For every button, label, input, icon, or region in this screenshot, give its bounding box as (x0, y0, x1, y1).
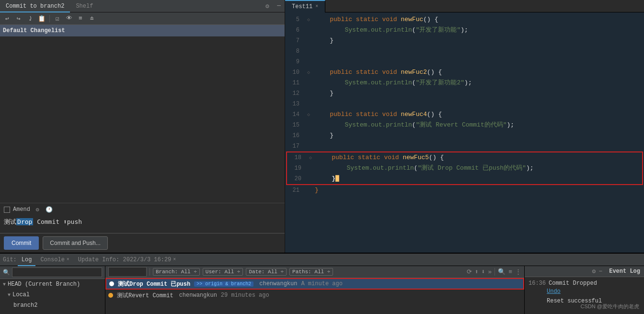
vdots-icon[interactable]: ⋮ (515, 268, 521, 276)
commit-badge-0: >> origin & branch2 (194, 281, 253, 287)
commit-and-push-button[interactable]: Commit and Push... (43, 236, 107, 250)
file-list-area[interactable] (0, 36, 285, 203)
eye-icon[interactable]: 👁 (64, 13, 74, 24)
paths-filter-btn[interactable]: Paths: All ÷ (289, 268, 333, 276)
commit-button[interactable]: Commit (4, 236, 39, 250)
branch-filter-btn[interactable]: Branch: All ÷ (153, 268, 200, 276)
commit-author-1: chenwangkun (179, 292, 217, 299)
code-text-7: } (313, 35, 644, 46)
commit-message-area[interactable]: 测试Drop Commit ⬆push (0, 216, 285, 233)
code-text-6: System.out.println("开发了新功能"); (313, 25, 644, 35)
amend-checkbox[interactable] (4, 207, 10, 213)
code-text-20: }█ (315, 174, 642, 184)
refresh-icon[interactable]: ⟳ (467, 268, 472, 276)
line-num-12: 12 (285, 88, 304, 99)
line-num-16: 16 (285, 130, 304, 141)
tab-log[interactable]: Log (18, 254, 36, 266)
gear-icon[interactable]: ⚙ (262, 0, 273, 12)
code-line-8: 8 (285, 46, 644, 57)
code-content[interactable]: 5 ◇ public static void newFuc() { 6 Syst… (285, 12, 644, 253)
commit-msg-1: 测试Revert Commit (117, 291, 173, 300)
left-commit-panel: Commit to branch2 Shelf ⚙ − ↩ ↪ ⤸ 📋 ☑ 👁 … (0, 0, 285, 253)
code-line-20: 20 }█ (287, 174, 642, 184)
amend-settings-icon[interactable]: ⚙ (33, 205, 42, 214)
gutter-5: ◇ (304, 14, 313, 25)
gutter-9 (304, 57, 313, 67)
tab-update-info[interactable]: Update Info: 2022/3/3 16:29 × (74, 254, 180, 266)
pull-icon[interactable]: ⬇ (482, 268, 485, 276)
code-line-7: 7 } (285, 35, 644, 46)
line-num-14: 14 (285, 109, 304, 120)
commit-row-0[interactable]: 测试Drop Commit 已push >> origin & branch2 … (105, 278, 524, 290)
gutter-12 (304, 88, 313, 99)
redo-icon[interactable]: ↪ (13, 13, 24, 24)
line-num-18: 18 (287, 152, 306, 163)
commit-msg-push-text: push (67, 218, 82, 225)
code-text-19: System.out.println("测试 Drop Commit 已push… (315, 163, 642, 174)
event-log-minimize-icon[interactable]: − (598, 268, 602, 275)
update-info-tab-close[interactable]: × (173, 254, 176, 266)
editor-tab-active[interactable]: Test11 × (285, 0, 325, 12)
editor-tab-close[interactable]: × (315, 0, 318, 13)
event-log-gear-icon[interactable]: ⚙ (592, 267, 596, 275)
line-num-5: 5 (285, 14, 304, 25)
editor-tab-bar: Test11 × (285, 0, 644, 12)
rollback-icon[interactable]: ⤸ (25, 13, 35, 24)
code-line-12: 12 } (285, 88, 644, 99)
gutter-14: ◇ (304, 109, 313, 120)
commit-row-1[interactable]: 测试Revert Commit chenwangkun 29 minutes a… (105, 290, 524, 301)
more-icon[interactable]: » (488, 268, 492, 276)
commit-time-0: A minute ago (301, 280, 342, 287)
code-line-17: 17 (285, 141, 644, 151)
code-text-9 (313, 57, 644, 67)
code-text-10: public static void newFuc2() { (313, 67, 644, 78)
push-icon[interactable]: ⬆ (475, 268, 479, 276)
line-num-13: 13 (285, 99, 304, 109)
code-line-21: 21 } (285, 185, 644, 196)
undo-icon[interactable]: ↩ (2, 13, 12, 24)
event-undo-link[interactable]: Undo (547, 288, 561, 295)
code-line-11: 11 System.out.println("开发了新功能2"); (285, 78, 644, 88)
check-all-icon[interactable]: ☑ (52, 13, 63, 24)
tab-console[interactable]: Console × (36, 254, 73, 266)
commit-author-0: chenwangkun (259, 280, 297, 287)
code-text-18: public static void newFuc5() { (315, 152, 642, 163)
line-num-17: 17 (285, 141, 304, 151)
changelist-header: Default Changelist (0, 25, 285, 36)
code-line-18: 18 ◇ public static void newFuc5() { (287, 152, 642, 163)
gutter-13 (304, 99, 313, 109)
minimize-icon[interactable]: − (273, 0, 285, 12)
commit-dot-1 (108, 293, 113, 298)
tree-local-item[interactable]: ▼ Local (0, 290, 105, 300)
code-line-14: 14 ◇ public static void newFuc4() { (285, 109, 644, 120)
search2-icon[interactable]: 🔍 (498, 268, 506, 276)
amend-row: Amend ⚙ 🕐 (0, 203, 285, 216)
gutter-8 (304, 46, 313, 57)
bottom-tabs-bar: Git: Log Console × Update Info: 2022/3/3… (0, 254, 644, 266)
event-text-0: Commit Dropped (549, 280, 597, 287)
chevron-down-icon-local: ▼ (8, 292, 11, 298)
clipboard-icon[interactable]: 📋 (36, 13, 47, 24)
tree-search-input[interactable] (12, 267, 102, 277)
user-filter-btn[interactable]: User: All ÷ (203, 268, 243, 276)
event-time-0: 16:36 (529, 280, 546, 287)
code-text-11: System.out.println("开发了新功能2"); (313, 78, 644, 88)
line-num-15: 15 (285, 120, 304, 130)
line-num-11: 11 (285, 78, 304, 88)
date-filter-btn[interactable]: Date: All ÷ (246, 268, 287, 276)
list2-icon[interactable]: ≡ (508, 268, 512, 276)
tree-branch2-item[interactable]: branch2 (0, 300, 105, 311)
console-tab-close[interactable]: × (67, 254, 69, 266)
code-line-16: 16 } (285, 130, 644, 141)
commit-msg-highlight: Drop (16, 218, 33, 225)
log-search-input[interactable] (108, 267, 147, 277)
log-filter-bar: Branch: All ÷ User: All ÷ Date: All ÷ Pa… (105, 266, 524, 278)
tab-shelf[interactable]: Shelf (70, 0, 99, 12)
sort-icon[interactable]: ≐ (87, 13, 97, 24)
tab-commit-to-branch2[interactable]: Commit to branch2 (0, 0, 70, 12)
tree-head-item[interactable]: ▼ HEAD (Current Branch) (0, 279, 105, 290)
list-icon[interactable]: ≡ (75, 13, 86, 24)
amend-history-icon[interactable]: 🕐 (45, 205, 53, 214)
git-label: Git: (3, 256, 17, 263)
toolbar-separator (49, 15, 50, 23)
